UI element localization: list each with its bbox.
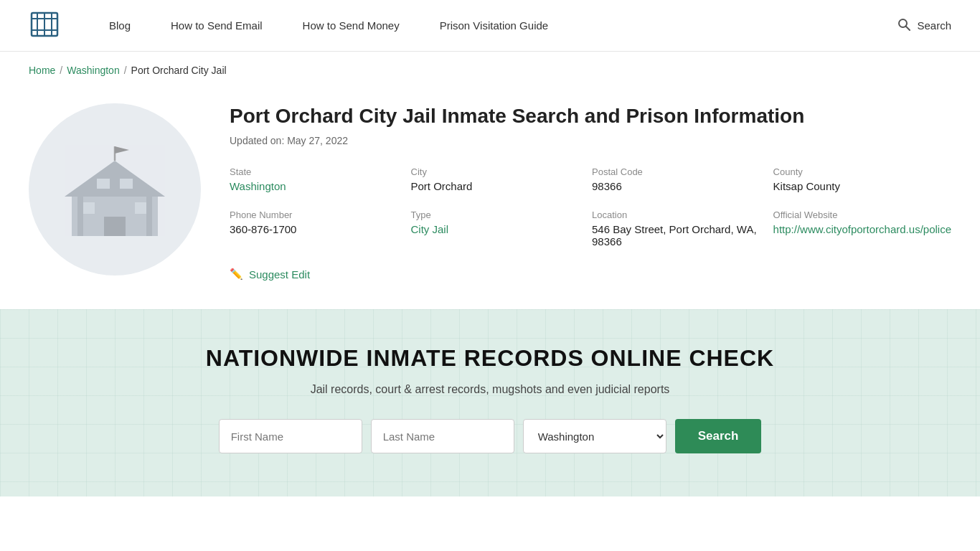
breadcrumb: Home / Washington / Port Orchard City Ja… xyxy=(0,52,980,89)
edit-icon: ✏️ xyxy=(230,268,243,281)
detail-website-value: http://www.cityofportorchard.us/police xyxy=(773,223,951,235)
detail-location-label: Location xyxy=(592,209,762,220)
search-label: Search xyxy=(917,19,951,32)
nav-blog[interactable]: Blog xyxy=(89,19,151,32)
first-name-input[interactable] xyxy=(219,419,362,453)
svg-rect-16 xyxy=(120,179,133,189)
suggest-edit-label: Suggest Edit xyxy=(249,268,310,281)
main-content: Port Orchard City Jail Inmate Search and… xyxy=(0,89,980,309)
detail-postal-value: 98366 xyxy=(592,180,762,192)
detail-state-label: State xyxy=(230,166,400,177)
nav-send-money[interactable]: How to Send Money xyxy=(283,19,420,32)
detail-postal-label: Postal Code xyxy=(592,166,762,177)
prison-image xyxy=(29,103,201,276)
header-search[interactable]: Search xyxy=(897,17,951,34)
last-name-input[interactable] xyxy=(371,419,514,453)
search-icon xyxy=(897,17,911,34)
nav-send-email[interactable]: How to Send Email xyxy=(151,19,283,32)
prison-info-section: Port Orchard City Jail Inmate Search and… xyxy=(230,103,951,281)
search-button[interactable]: Search xyxy=(675,419,762,453)
detail-county-value: Kitsap County xyxy=(773,180,951,192)
type-link[interactable]: City Jail xyxy=(411,223,449,235)
svg-rect-18 xyxy=(146,197,152,236)
detail-postal: Postal Code 98366 xyxy=(592,166,762,192)
detail-city: City Port Orchard xyxy=(411,166,581,192)
svg-marker-11 xyxy=(115,146,129,154)
detail-phone-label: Phone Number xyxy=(230,209,400,220)
records-section: NATIONWIDE INMATE RECORDS ONLINE CHECK J… xyxy=(0,309,980,496)
records-title: NATIONWIDE INMATE RECORDS ONLINE CHECK xyxy=(29,345,951,372)
svg-rect-15 xyxy=(97,179,110,189)
breadcrumb-home[interactable]: Home xyxy=(29,65,55,76)
detail-city-label: City xyxy=(411,166,581,177)
detail-phone: Phone Number 360-876-1700 xyxy=(230,209,400,248)
breadcrumb-sep-2: / xyxy=(124,65,127,76)
detail-state-value: Washington xyxy=(230,180,400,192)
main-nav: Blog How to Send Email How to Send Money… xyxy=(89,19,897,32)
records-subtitle: Jail records, court & arrest records, mu… xyxy=(29,383,951,396)
inmate-search-form: AlabamaAlaskaArizonaArkansasCaliforniaCo… xyxy=(29,419,951,453)
detail-city-value: Port Orchard xyxy=(411,180,581,192)
detail-location: Location 546 Bay Street, Port Orchard, W… xyxy=(592,209,762,248)
breadcrumb-state[interactable]: Washington xyxy=(67,65,119,76)
svg-rect-12 xyxy=(104,217,126,236)
detail-type-label: Type xyxy=(411,209,581,220)
detail-location-value: 546 Bay Street, Port Orchard, WA, 98366 xyxy=(592,223,762,248)
detail-county-label: County xyxy=(773,166,951,177)
detail-phone-value: 360-876-1700 xyxy=(230,223,400,235)
svg-marker-9 xyxy=(65,161,165,197)
state-link[interactable]: Washington xyxy=(230,180,286,192)
breadcrumb-current: Port Orchard City Jail xyxy=(131,65,227,76)
website-link[interactable]: http://www.cityofportorchard.us/police xyxy=(773,223,951,235)
detail-website-label: Official Website xyxy=(773,209,951,220)
detail-type: Type City Jail xyxy=(411,209,581,248)
updated-date: Updated on: May 27, 2022 xyxy=(230,135,951,146)
site-header: Blog How to Send Email How to Send Money… xyxy=(0,0,980,52)
site-logo[interactable] xyxy=(29,9,60,43)
detail-type-value: City Jail xyxy=(411,223,581,235)
svg-line-7 xyxy=(906,26,910,30)
prison-title: Port Orchard City Jail Inmate Search and… xyxy=(230,103,951,129)
detail-state: State Washington xyxy=(230,166,400,192)
suggest-edit-link[interactable]: ✏️ Suggest Edit xyxy=(230,268,951,281)
svg-rect-17 xyxy=(77,197,83,236)
details-grid: State Washington City Port Orchard Posta… xyxy=(230,166,951,248)
breadcrumb-sep-1: / xyxy=(60,65,62,76)
detail-website: Official Website http://www.cityofportor… xyxy=(773,209,951,248)
state-select[interactable]: AlabamaAlaskaArizonaArkansasCaliforniaCo… xyxy=(523,419,666,453)
detail-county: County Kitsap County xyxy=(773,166,951,192)
nav-visitation-guide[interactable]: Prison Visitation Guide xyxy=(420,19,568,32)
